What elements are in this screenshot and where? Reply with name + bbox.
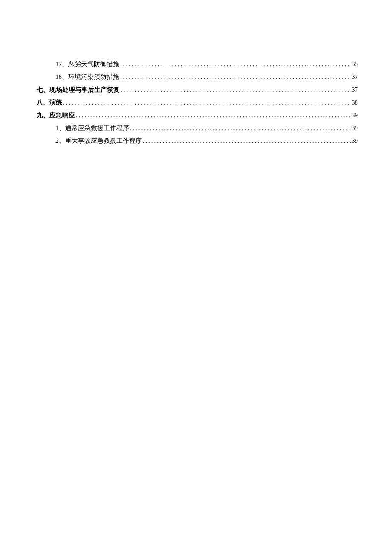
toc-page-number: 37 [352, 83, 358, 96]
toc-title: 1、通常应急救援工作程序 [55, 122, 129, 134]
toc-leader-dots [120, 58, 351, 70]
toc-entry: 八、演练 38 [37, 96, 358, 109]
toc-leader-dots [120, 70, 351, 83]
toc-title: 九、应急响应 [37, 109, 75, 122]
toc-page-number: 38 [352, 96, 358, 109]
toc-page-number: 37 [352, 70, 358, 83]
toc-entry: 1、通常应急救援工作程序 39 [55, 122, 358, 134]
document-page: 17、恶劣天气防御措施 35 18、环境污染预防措施 37 七、现场处理与事后生… [0, 0, 392, 147]
toc-entry: 18、环境污染预防措施 37 [55, 70, 358, 83]
toc-entry: 九、应急响应 39 [37, 109, 358, 122]
toc-page-number: 39 [352, 122, 358, 134]
toc-title: 八、演练 [37, 96, 62, 109]
toc-page-number: 39 [352, 109, 358, 122]
toc-page-number: 35 [352, 58, 358, 70]
toc-leader-dots [121, 83, 351, 96]
toc-leader-dots [76, 109, 351, 122]
toc-page-number: 39 [352, 134, 358, 147]
toc-entry: 17、恶劣天气防御措施 35 [55, 58, 358, 70]
toc-leader-dots [130, 122, 351, 134]
toc-leader-dots [63, 96, 351, 109]
toc-title: 2、重大事故应急救援工作程序 [55, 134, 142, 147]
toc-entry: 2、重大事故应急救援工作程序 39 [55, 134, 358, 147]
toc-entry: 七、现场处理与事后生产恢复 37 [37, 83, 358, 96]
toc-title: 七、现场处理与事后生产恢复 [37, 83, 120, 96]
toc-leader-dots [143, 134, 351, 147]
toc-title: 17、恶劣天气防御措施 [55, 58, 119, 70]
toc-title: 18、环境污染预防措施 [55, 70, 119, 83]
